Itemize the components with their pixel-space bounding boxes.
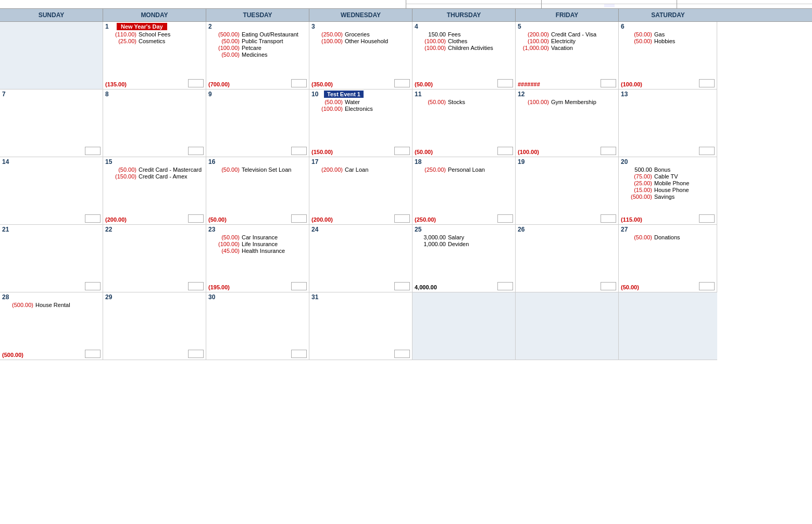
calendar-cell[interactable]: 31 — [309, 292, 413, 360]
entry-amount: (500.00) — [2, 302, 33, 308]
entry: (150.00)Credit Card - Amex — [105, 173, 204, 180]
cell-input-box[interactable] — [188, 79, 204, 87]
cell-input-box[interactable] — [699, 282, 715, 290]
cell-input-box[interactable] — [394, 350, 410, 358]
calendar-cell[interactable]: 13 — [619, 90, 717, 157]
calendar-cell[interactable]: 23(50.00)Car Insurance(100.00)Life Insur… — [206, 225, 309, 292]
cell-total: (700.00) — [208, 81, 230, 87]
calendar-cell[interactable]: 19 — [516, 157, 619, 225]
cell-input-box[interactable] — [291, 147, 307, 155]
calendar-cell[interactable]: 28(500.00)House Rental(500.00) — [0, 292, 103, 360]
cell-input-box[interactable] — [699, 79, 715, 87]
date-number: 19 — [518, 158, 528, 165]
calendar-cell[interactable] — [0, 22, 103, 90]
entry-description: Gas — [654, 31, 665, 37]
cell-input-box[interactable] — [497, 79, 513, 87]
date-number: 7 — [2, 91, 13, 98]
entry-description: Bonus — [654, 167, 670, 173]
cell-input-box[interactable] — [188, 282, 204, 290]
cell-input-box[interactable] — [188, 147, 204, 155]
calendar-cell[interactable]: 1New Year's Day(110.00)School Fees(25.00… — [103, 22, 206, 90]
entry-amount: (200.00) — [311, 167, 343, 173]
cell-total: (500.00) — [2, 352, 23, 358]
calendar-cell[interactable]: 14 — [0, 157, 103, 225]
entry-description: Car Insurance — [242, 234, 278, 240]
calendar-cell[interactable]: 22 — [103, 225, 206, 292]
calendar-cell[interactable]: 26 — [516, 225, 619, 292]
balance-label — [677, 2, 812, 4]
cell-input-box[interactable] — [699, 214, 715, 223]
cell-input-box[interactable] — [497, 147, 513, 155]
calendar-cell[interactable]: 4150.00Fees(100.00)Clothes(100.00)Childr… — [413, 22, 516, 90]
entry-description: Television Set Loan — [242, 167, 291, 173]
entry: (25.00)Cosmetics — [105, 38, 204, 44]
cell-total: (50.00) — [415, 149, 433, 155]
calendar-cell[interactable]: 27(50.00)Donations(50.00) — [619, 225, 717, 292]
cell-input-box[interactable] — [394, 147, 410, 155]
entry-amount: (1,000.00) — [518, 45, 549, 51]
cell-input-box[interactable] — [394, 79, 410, 87]
calendar-cell[interactable]: 10Test Event 1(50.00)Water(100.00)Electr… — [309, 90, 413, 157]
calendar-cell[interactable]: 15(50.00)Credit Card - Mastercard(150.00… — [103, 157, 206, 225]
entry: (500.00)Savings — [621, 194, 715, 200]
calendar-title — [0, 0, 406, 8]
cell-input-box[interactable] — [601, 214, 616, 223]
date-number: 8 — [105, 91, 116, 98]
entry-amount: (100.00) — [415, 38, 446, 44]
calendar-cell[interactable] — [413, 292, 516, 360]
calendar-cell[interactable]: 5(200.00)Credit Card - Visa(100.00)Elect… — [516, 22, 619, 90]
calendar-cell[interactable]: 11(50.00)Stocks(50.00) — [413, 90, 516, 157]
calendar-cell[interactable]: 8 — [103, 90, 206, 157]
cell-input-box[interactable] — [188, 214, 204, 223]
entry-amount: (110.00) — [105, 31, 136, 37]
day-header: MONDAY — [103, 9, 206, 21]
calendar-cell[interactable]: 3(250.00)Groceries(100.00)Other Househol… — [309, 22, 413, 90]
calendar-cell[interactable]: 12(100.00)Gym Membership(100.00) — [516, 90, 619, 157]
entry-description: Fees — [448, 31, 460, 37]
calendar-cell[interactable]: 30 — [206, 292, 309, 360]
cell-input-box[interactable] — [85, 214, 101, 223]
cell-input-box[interactable] — [291, 214, 307, 223]
cell-input-box[interactable] — [291, 282, 307, 290]
entry: (50.00)Public Transport — [208, 38, 307, 44]
cell-input-box[interactable] — [601, 147, 616, 155]
calendar-cell[interactable]: 24 — [309, 225, 413, 292]
cell-input-box[interactable] — [394, 282, 410, 290]
entry-description: Petcare — [242, 45, 261, 51]
calendar-cell[interactable] — [516, 292, 619, 360]
date-number: 18 — [415, 158, 425, 165]
cell-input-box[interactable] — [497, 214, 513, 223]
cell-input-box[interactable] — [601, 79, 616, 87]
calendar-cell[interactable] — [619, 292, 717, 360]
calendar-cell[interactable]: 2(500.00)Eating Out/Restaurant(50.00)Pub… — [206, 22, 309, 90]
calendar-cell[interactable]: 6(50.00)Gas(50.00)Hobbies(100.00) — [619, 22, 717, 90]
calendar-cell[interactable]: 20500.00Bonus(75.00)Cable TV(25.00)Mobil… — [619, 157, 717, 225]
cell-input-box[interactable] — [601, 282, 616, 290]
cell-input-box[interactable] — [85, 282, 101, 290]
entry-description: Groceries — [345, 31, 370, 37]
calendar-cell[interactable]: 29 — [103, 292, 206, 360]
header-stats — [406, 0, 812, 8]
cell-input-box[interactable] — [188, 350, 204, 358]
calendar-cell[interactable]: 253,000.00Salary1,000.00Deviden4,000.00 — [413, 225, 516, 292]
cell-input-box[interactable] — [85, 350, 101, 358]
calendar-cell[interactable]: 16(50.00)Television Set Loan(50.00) — [206, 157, 309, 225]
calendar-cell[interactable]: 7 — [0, 90, 103, 157]
cell-input-box[interactable] — [699, 147, 715, 155]
cell-input-box[interactable] — [291, 79, 307, 87]
calendar-cell[interactable]: 17(200.00)Car Loan(200.00) — [309, 157, 413, 225]
calendar-cell[interactable]: 21 — [0, 225, 103, 292]
cell-input-box[interactable] — [85, 147, 101, 155]
calendar-cell[interactable]: 18(250.00)Personal Loan(250.00) — [413, 157, 516, 225]
cell-input-box[interactable] — [291, 350, 307, 358]
entry-description: Electricity — [551, 38, 576, 44]
cell-input-box[interactable] — [497, 282, 513, 290]
date-number: 12 — [518, 91, 528, 98]
day-header: FRIDAY — [516, 9, 619, 21]
date-number: 4 — [415, 23, 425, 30]
entry-description: Cosmetics — [139, 38, 165, 44]
cell-input-box[interactable] — [394, 214, 410, 223]
date-number: 23 — [208, 226, 219, 233]
calendar-cell[interactable]: 9 — [206, 90, 309, 157]
entry: 150.00Fees — [415, 31, 513, 37]
